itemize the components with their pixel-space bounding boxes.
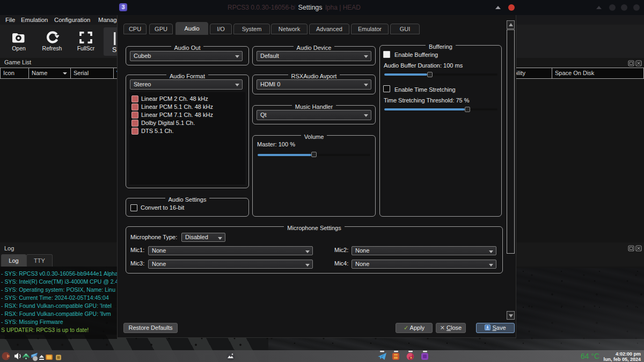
svg-text:S: S — [112, 46, 116, 54]
